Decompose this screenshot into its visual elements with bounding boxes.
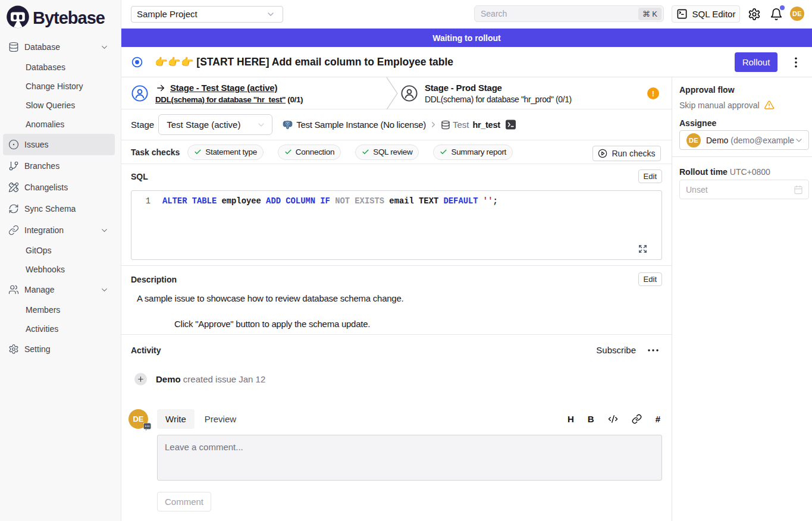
svg-text:Bytebase: Bytebase xyxy=(33,8,105,27)
